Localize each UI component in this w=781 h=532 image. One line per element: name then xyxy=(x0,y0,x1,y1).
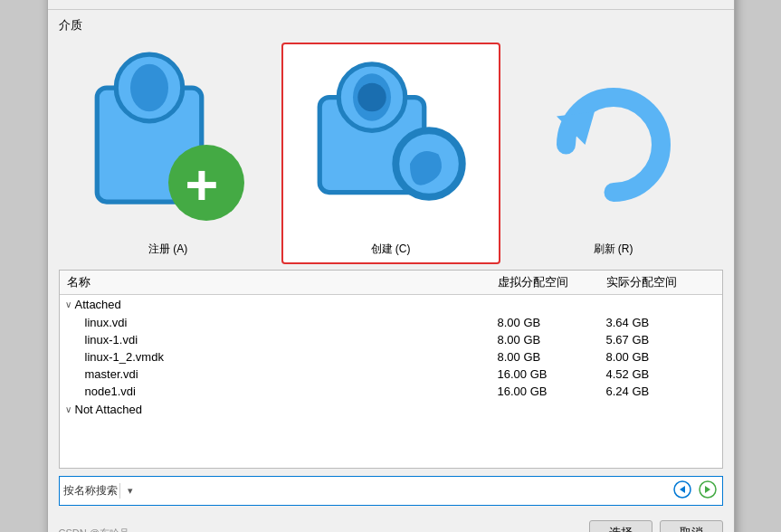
list-item[interactable]: linux-1.vdi 8.00 GB 5.67 GB xyxy=(60,331,722,348)
title-bar: + linux - 虚拟硬盘选择 ? × xyxy=(48,0,734,10)
refresh-button[interactable]: 刷新 (R) xyxy=(504,43,723,264)
col-name: 名称 xyxy=(67,274,498,290)
search-icon-group xyxy=(671,479,719,503)
refresh-icon xyxy=(519,50,709,240)
disk-list[interactable]: 名称 虚拟分配空间 实际分配空间 ∨ Attached linux.vdi 8.… xyxy=(59,270,723,469)
footer-credit: CSDN @东哈号 xyxy=(59,527,129,533)
search-input[interactable] xyxy=(137,484,668,498)
toolbar: + 注册 (A) 创建 (C) 刷新 (R) xyxy=(48,37,734,270)
register-button[interactable]: + 注册 (A) xyxy=(59,43,278,264)
create-icon xyxy=(296,50,486,240)
col-virtual: 虚拟分配空间 xyxy=(498,274,606,290)
register-button-label: 注册 (A) xyxy=(148,242,187,257)
disk-actual: 6.24 GB xyxy=(606,385,715,398)
title-bar-right: ? × xyxy=(680,0,724,4)
disk-actual: 8.00 GB xyxy=(606,350,715,364)
create-button-label: 创建 (C) xyxy=(371,242,411,257)
close-button[interactable]: × xyxy=(706,0,725,4)
svg-point-13 xyxy=(357,83,386,112)
help-button[interactable]: ? xyxy=(680,0,698,4)
col-actual: 实际分配空间 xyxy=(606,274,715,290)
disk-actual: 3.64 GB xyxy=(606,316,715,329)
group-attached[interactable]: ∨ Attached xyxy=(60,295,722,314)
disk-name: node1.vdi xyxy=(85,385,498,398)
list-item[interactable]: linux.vdi 8.00 GB 3.64 GB xyxy=(60,314,722,331)
disk-name: master.vdi xyxy=(85,367,498,381)
group-not-attached-label: Not Attached xyxy=(75,403,142,416)
disk-actual: 4.52 GB xyxy=(606,367,715,381)
disk-name: linux-1_2.vmdk xyxy=(85,350,498,364)
disk-virtual: 8.00 GB xyxy=(498,333,606,347)
disk-virtual: 16.00 GB xyxy=(498,385,606,398)
app-icon: + xyxy=(57,0,75,4)
disk-virtual: 8.00 GB xyxy=(498,350,606,364)
group-attached-label: Attached xyxy=(75,298,121,311)
list-item[interactable]: node1.vdi 16.00 GB 6.24 GB xyxy=(60,383,722,400)
group-not-attached[interactable]: ∨ Not Attached xyxy=(60,400,722,419)
select-button[interactable]: 选择 xyxy=(589,520,652,532)
list-item[interactable]: linux-1_2.vmdk 8.00 GB 8.00 GB xyxy=(60,348,722,366)
disk-virtual: 16.00 GB xyxy=(498,367,606,381)
disk-name: linux-1.vdi xyxy=(85,333,498,347)
create-button[interactable]: 创建 (C) xyxy=(281,43,500,264)
disk-virtual: 8.00 GB xyxy=(498,316,606,329)
disk-actual: 5.67 GB xyxy=(606,333,715,347)
search-prev-icon xyxy=(673,480,691,499)
list-header: 名称 虚拟分配空间 实际分配空间 xyxy=(60,271,722,295)
search-dropdown-arrow[interactable]: ▾ xyxy=(128,485,133,497)
title-bar-left: + linux - 虚拟硬盘选择 xyxy=(57,0,186,4)
svg-point-6 xyxy=(130,64,168,112)
chevron-right-icon: ∨ xyxy=(65,404,71,414)
svg-text:+: + xyxy=(185,153,218,216)
footer: CSDN @东哈号 选择 取消 xyxy=(48,513,734,532)
disk-name: linux.vdi xyxy=(85,316,498,329)
dialog-window: + linux - 虚拟硬盘选择 ? × 介质 + 注册 (A) xyxy=(47,0,735,532)
search-next-icon xyxy=(699,480,717,499)
refresh-button-label: 刷新 (R) xyxy=(594,242,633,257)
cancel-button[interactable]: 取消 xyxy=(660,520,723,532)
search-bar: 按名称搜索 ▾ xyxy=(59,476,723,506)
section-label: 介质 xyxy=(48,10,734,37)
register-icon: + xyxy=(73,50,263,240)
search-prev-button[interactable] xyxy=(671,479,693,503)
window-title: linux - 虚拟硬盘选择 xyxy=(81,0,186,3)
search-next-button[interactable] xyxy=(697,479,719,503)
chevron-down-icon: ∨ xyxy=(65,299,71,309)
list-item[interactable]: master.vdi 16.00 GB 4.52 GB xyxy=(60,366,722,383)
search-prefix-label: 按名称搜索 xyxy=(63,483,120,499)
